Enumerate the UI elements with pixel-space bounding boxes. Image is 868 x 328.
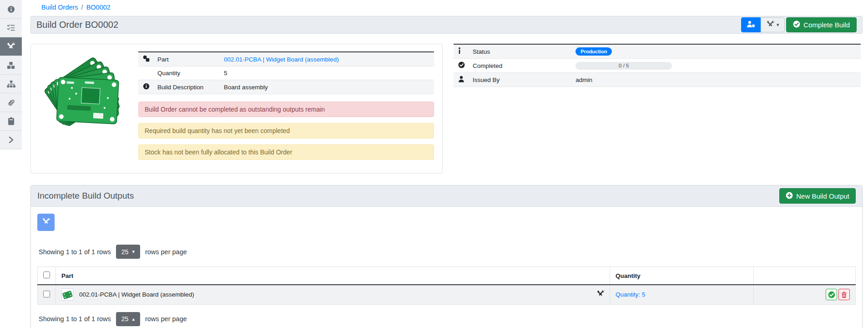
- output-part-name: 002.01-PCBA | Widget Board (assembled): [79, 291, 194, 298]
- alert-quantity-incomplete: Required build quantity has not yet been…: [138, 123, 434, 138]
- sidebar-item-outputs[interactable]: [0, 37, 22, 56]
- row-checkbox[interactable]: [43, 291, 50, 297]
- boxes-icon: [7, 62, 15, 69]
- detail-label: Build Description: [154, 80, 220, 94]
- page-size-value: 25: [121, 315, 129, 323]
- info-circle-icon: [143, 84, 150, 91]
- completed-row: Completed 0 / 5: [454, 59, 861, 73]
- completed-progressbar: 0 / 5: [575, 62, 672, 70]
- alert-outstanding-outputs: Build Order cannot be completed as outst…: [138, 102, 434, 117]
- caret-down-icon: ▾: [777, 22, 779, 27]
- breadcrumb-link-build-orders[interactable]: Build Orders: [41, 4, 78, 11]
- select-all-checkbox[interactable]: [43, 272, 50, 278]
- plus-circle-icon: [786, 192, 793, 200]
- status-label: Status: [469, 44, 572, 59]
- build-details-main: Part 002.01-PCBA | Widget Board (assembl…: [138, 51, 434, 166]
- outputs-table-header: Part Quantity: [38, 267, 856, 285]
- part-link[interactable]: 002.01-PCBA | Widget Board (assembled): [224, 56, 339, 63]
- issued-by-value: admin: [572, 73, 861, 87]
- breadcrumb-separator: /: [81, 4, 83, 11]
- tools-icon: [42, 218, 50, 227]
- detail-value: 5: [220, 67, 434, 80]
- complete-output-button[interactable]: [826, 289, 837, 300]
- check-circle-icon: [458, 63, 465, 70]
- page-size-dropdown[interactable]: 25 ▾: [116, 245, 140, 259]
- breadcrumb-link-bo0002[interactable]: BO0002: [86, 4, 111, 11]
- build-status-table: Status Production Completed 0 / 5 Issued…: [454, 44, 861, 87]
- breadcrumb: Build Orders / BO0002: [30, 0, 863, 14]
- header-actions: ▾ Complete Build: [741, 17, 857, 32]
- pagination-showing-text: Showing 1 to 1 of 1 rows: [39, 315, 111, 323]
- detail-row-quantity: Quantity 5: [138, 67, 434, 80]
- details-section: Part 002.01-PCBA | Widget Board (assembl…: [30, 44, 863, 174]
- alert-stock-not-allocated: Stock has not been fully allocated to th…: [138, 144, 434, 160]
- checklist-icon: [7, 24, 15, 31]
- detail-label: Part: [154, 52, 220, 67]
- chevron-right-icon: [8, 136, 14, 144]
- status-badge: Production: [575, 47, 612, 56]
- rows-per-page-text: rows per page: [145, 248, 187, 256]
- sidebar-expand[interactable]: [0, 131, 22, 149]
- tools-icon[interactable]: [597, 290, 604, 299]
- pagination-top: Showing 1 to 1 of 1 rows 25 ▾ rows per p…: [39, 245, 856, 259]
- build-details-card: Part 002.01-PCBA | Widget Board (assembl…: [30, 44, 443, 174]
- output-quantity-link[interactable]: Quantity: 5: [616, 291, 645, 298]
- detail-row-part: Part 002.01-PCBA | Widget Board (assembl…: [138, 52, 434, 67]
- sidebar-item-allocated-stock[interactable]: [0, 56, 22, 75]
- new-build-output-button[interactable]: New Build Output: [779, 188, 856, 204]
- check-circle-icon: [793, 20, 800, 29]
- column-header-actions: [754, 267, 856, 285]
- user-shield-icon: [747, 20, 755, 29]
- detail-row-description: Build Description Board assembly: [138, 80, 434, 94]
- page-header: Build Order BO0002 ▾ Complete Build: [30, 16, 863, 34]
- shapes-icon: [143, 56, 150, 63]
- delete-output-button[interactable]: [838, 289, 850, 300]
- page-size-dropdown[interactable]: 25 ▴: [116, 312, 140, 326]
- complete-build-label: Complete Build: [803, 21, 850, 29]
- sidebar: [0, 0, 22, 149]
- output-row: 002.01-PCBA | Widget Board (assembled) Q…: [38, 285, 856, 304]
- complete-build-button[interactable]: Complete Build: [786, 17, 857, 32]
- sidebar-item-details[interactable]: [0, 0, 22, 19]
- output-actions-button[interactable]: [37, 214, 55, 231]
- paperclip-icon: [7, 98, 15, 107]
- detail-value: Board assembly: [220, 80, 434, 94]
- page-title: Build Order BO0002: [36, 20, 118, 30]
- incomplete-outputs-panel: Incomplete Build Outputs New Build Outpu…: [30, 185, 863, 328]
- outputs-panel-heading: Incomplete Build Outputs New Build Outpu…: [31, 185, 862, 207]
- outputs-panel-title: Incomplete Build Outputs: [37, 191, 134, 201]
- sidebar-item-child-builds[interactable]: [0, 75, 22, 93]
- caret-up-icon: ▴: [132, 317, 135, 322]
- completed-label: Completed: [469, 59, 572, 73]
- info-circle-icon: [7, 5, 15, 13]
- sidebar-item-allocate[interactable]: [0, 19, 22, 37]
- tools-icon: [7, 42, 15, 51]
- part-image: [39, 51, 128, 128]
- sidebar-item-attachments[interactable]: [0, 93, 22, 112]
- column-header-part[interactable]: Part: [56, 267, 610, 285]
- build-status-panel: Status Production Completed 0 / 5 Issued…: [454, 44, 863, 87]
- sidebar-item-notes[interactable]: [0, 112, 22, 131]
- issued-by-row: Issued By admin: [454, 73, 861, 87]
- admin-view-button[interactable]: [741, 17, 761, 32]
- clipboard-icon: [8, 117, 15, 125]
- caret-down-icon: ▾: [132, 249, 135, 254]
- outputs-table: Part Quantity 002.01-PCBA: [37, 266, 856, 305]
- outputs-panel-body: Showing 1 to 1 of 1 rows 25 ▾ rows per p…: [31, 207, 862, 328]
- rows-per-page-text: rows per page: [145, 315, 187, 323]
- status-row: Status Production: [454, 44, 861, 59]
- pagination-bottom: Showing 1 to 1 of 1 rows 25 ▴ rows per p…: [39, 312, 856, 326]
- user-icon: [458, 77, 464, 84]
- pagination-showing-text: Showing 1 to 1 of 1 rows: [39, 248, 111, 256]
- info-icon: [458, 49, 461, 56]
- new-build-output-label: New Build Output: [796, 192, 849, 200]
- main-content: Build Orders / BO0002 Build Order BO0002…: [22, 0, 868, 328]
- column-header-quantity[interactable]: Quantity: [610, 267, 754, 285]
- page-size-value: 25: [121, 248, 129, 256]
- issued-by-label: Issued By: [469, 73, 572, 87]
- sitemap-icon: [7, 80, 15, 88]
- build-actions-dropdown-button[interactable]: ▾: [761, 17, 785, 32]
- detail-label: Quantity: [154, 67, 220, 80]
- build-details-table: Part 002.01-PCBA | Widget Board (assembl…: [138, 51, 434, 94]
- tools-icon: [767, 20, 774, 30]
